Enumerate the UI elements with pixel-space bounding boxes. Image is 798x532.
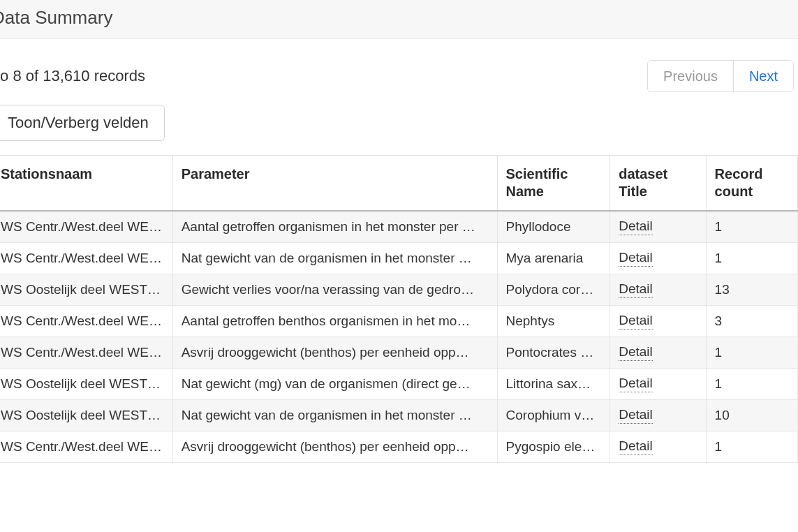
cell-dataset-title: Detail xyxy=(610,243,706,274)
cell-dataset-title: Detail xyxy=(610,400,706,431)
cell-parameter: Aantal getroffen organismen in het monst… xyxy=(172,211,497,243)
cell-dataset-title: Detail xyxy=(610,306,706,337)
records-summary: to 8 of 13,610 records xyxy=(0,67,145,85)
th-dataset-title[interactable]: dataset Title xyxy=(610,156,706,212)
detail-link[interactable]: Detail xyxy=(619,344,653,361)
table-row: WS Oostelijk deel WEST…Nat gewicht (mg) … xyxy=(0,369,798,400)
th-scientific-name[interactable]: Scientific Name xyxy=(497,156,610,212)
cell-stationsnaam: WS Oostelijk deel WEST… xyxy=(0,400,172,431)
detail-link[interactable]: Detail xyxy=(619,219,653,235)
cell-stationsnaam: WS Centr./West.deel WE… xyxy=(0,306,172,337)
cell-dataset-title: Detail xyxy=(610,337,706,369)
toggle-fields-button[interactable]: Toon/Verberg velden xyxy=(0,105,165,141)
cell-parameter: Nat gewicht van de organismen in het mon… xyxy=(172,243,497,274)
cell-parameter: Nat gewicht van de organismen in het mon… xyxy=(172,400,497,431)
detail-link[interactable]: Detail xyxy=(619,250,653,267)
records-bar: to 8 of 13,610 records Previous Next xyxy=(0,60,798,92)
cell-stationsnaam: WS Centr./West.deel WE… xyxy=(0,431,172,463)
cell-scientific-name: Littorina sax… xyxy=(497,369,610,400)
detail-link[interactable]: Detail xyxy=(619,313,653,330)
cell-stationsnaam: WS Oostelijk deel WEST… xyxy=(0,369,172,400)
cell-parameter: Gewicht verlies voor/na verassing van de… xyxy=(172,274,497,306)
th-stationsnaam[interactable]: Stationsnaam xyxy=(0,156,172,212)
cell-record-count: 1 xyxy=(706,431,797,463)
cell-parameter: Asvrij drooggewicht (benthos) per eenhei… xyxy=(172,337,497,369)
table-row: WS Centr./West.deel WE…Asvrij drooggewic… xyxy=(0,337,798,369)
table-row: WS Oostelijk deel WEST…Nat gewicht van d… xyxy=(0,400,798,431)
table-row: WS Centr./West.deel WE…Nat gewicht van d… xyxy=(0,243,798,274)
cell-scientific-name: Pontocrates … xyxy=(497,337,610,369)
cell-dataset-title: Detail xyxy=(610,274,706,306)
detail-link[interactable]: Detail xyxy=(619,407,653,424)
cell-scientific-name: Phyllodoce xyxy=(497,211,610,243)
cell-scientific-name: Pygospio ele… xyxy=(497,431,610,463)
detail-link[interactable]: Detail xyxy=(619,281,653,298)
detail-link[interactable]: Detail xyxy=(619,438,653,455)
cell-scientific-name: Polydora cor… xyxy=(497,274,610,306)
table-row: WS Centr./West.deel WE…Aantal getroffen … xyxy=(0,306,798,337)
cell-dataset-title: Detail xyxy=(610,431,706,463)
table-row: WS Centr./West.deel WE…Asvrij drooggewic… xyxy=(0,431,798,463)
data-table: Stationsnaam Parameter Scientific Name d… xyxy=(0,155,798,463)
pager: Previous Next xyxy=(647,60,794,92)
th-parameter[interactable]: Parameter xyxy=(172,156,497,212)
detail-link[interactable]: Detail xyxy=(619,376,653,392)
cell-stationsnaam: WS Oostelijk deel WEST… xyxy=(0,274,172,306)
cell-stationsnaam: WS Centr./West.deel WE… xyxy=(0,243,172,274)
page-title: Data Summary xyxy=(0,7,798,29)
page-title-bar: Data Summary xyxy=(0,0,798,39)
previous-button[interactable]: Previous xyxy=(648,61,733,91)
cell-stationsnaam: WS Centr./West.deel WE… xyxy=(0,337,172,369)
cell-parameter: Aantal getroffen benthos organismen in h… xyxy=(172,306,497,337)
cell-record-count: 3 xyxy=(706,306,797,337)
th-record-count[interactable]: Record count xyxy=(706,156,797,212)
cell-scientific-name: Nephtys xyxy=(497,306,610,337)
cell-record-count: 13 xyxy=(706,274,797,306)
cell-scientific-name: Corophium v… xyxy=(497,400,610,431)
cell-parameter: Nat gewicht (mg) van de organismen (dire… xyxy=(172,369,497,400)
cell-record-count: 10 xyxy=(706,400,797,431)
cell-record-count: 1 xyxy=(706,243,797,274)
cell-parameter: Asvrij drooggewicht (benthos) per eenhei… xyxy=(172,431,497,463)
cell-record-count: 1 xyxy=(706,369,797,400)
cell-record-count: 1 xyxy=(706,211,797,243)
cell-scientific-name: Mya arenaria xyxy=(497,243,610,274)
cell-dataset-title: Detail xyxy=(610,369,706,400)
cell-stationsnaam: WS Centr./West.deel WE… xyxy=(0,211,172,243)
cell-dataset-title: Detail xyxy=(610,211,706,243)
cell-record-count: 1 xyxy=(706,337,797,369)
table-row: WS Centr./West.deel WE…Aantal getroffen … xyxy=(0,211,798,243)
next-button[interactable]: Next xyxy=(733,61,793,91)
table-header-row: Stationsnaam Parameter Scientific Name d… xyxy=(0,156,798,212)
table-row: WS Oostelijk deel WEST…Gewicht verlies v… xyxy=(0,274,798,306)
